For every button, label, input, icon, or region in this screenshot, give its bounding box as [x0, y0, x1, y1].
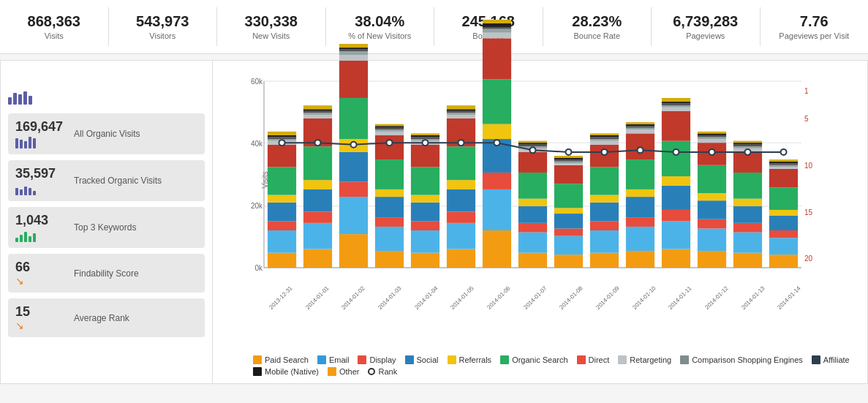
svg-rect-167 [733, 223, 762, 233]
svg-rect-149 [662, 105, 690, 108]
svg-rect-161 [698, 138, 726, 140]
svg-rect-129 [626, 251, 654, 268]
svg-rect-180 [769, 216, 798, 230]
legend-item: Direct [577, 355, 610, 364]
main-chart: 60k40k20k0kVisits15101520 [260, 74, 805, 286]
stat-mini-bar [29, 236, 31, 242]
svg-rect-109 [554, 208, 583, 214]
mini-bar [18, 94, 22, 105]
svg-point-190 [315, 140, 321, 146]
svg-rect-88 [483, 33, 511, 39]
legend-color [317, 355, 326, 364]
mini-bar [29, 96, 32, 105]
svg-rect-26 [303, 146, 332, 180]
svg-rect-174 [733, 145, 762, 147]
svg-point-199 [638, 147, 644, 153]
svg-rect-154 [698, 228, 726, 251]
svg-rect-111 [554, 165, 583, 184]
svg-rect-153 [698, 251, 726, 268]
svg-rect-95 [518, 223, 547, 233]
svg-rect-46 [375, 227, 404, 251]
metric-label: % of New Visitors [330, 31, 431, 40]
legend-color [368, 368, 375, 375]
legend-item: Paid Search [253, 355, 309, 364]
stat-mini-bar [15, 238, 18, 242]
stat-mini-bar [33, 138, 36, 148]
svg-rect-160 [698, 139, 726, 143]
svg-rect-112 [554, 163, 583, 165]
svg-rect-33 [339, 234, 368, 268]
metric-value: 28.23% [547, 13, 648, 30]
svg-rect-166 [733, 233, 762, 253]
svg-rect-179 [769, 230, 798, 238]
svg-rect-107 [554, 228, 583, 236]
metric-label: Visits [4, 31, 105, 40]
svg-rect-90 [483, 27, 511, 29]
stat-mini-bar [15, 188, 18, 195]
svg-rect-36 [339, 152, 368, 182]
stat-mini-bar [24, 141, 27, 148]
svg-point-200 [673, 149, 679, 155]
legend-label: Email [329, 355, 350, 364]
stat-mini-bar [20, 140, 23, 148]
svg-rect-82 [483, 189, 511, 230]
svg-rect-113 [554, 162, 583, 164]
stat-card: 66 ↘ Findability Score [8, 254, 205, 293]
svg-rect-91 [483, 23, 511, 27]
stat-mini-bar [33, 233, 36, 242]
svg-rect-106 [554, 236, 583, 255]
svg-rect-54 [375, 128, 404, 130]
stat-trend-icon: ↘ [15, 275, 67, 287]
metrics-row: 868,363Visits543,973Visitors330,338New V… [0, 0, 868, 54]
svg-rect-110 [554, 184, 583, 208]
svg-rect-62 [411, 167, 439, 195]
svg-rect-57 [411, 253, 439, 268]
legend-label: Display [369, 355, 396, 364]
svg-rect-87 [483, 38, 511, 79]
stat-card-left: 15 ↘ [15, 304, 67, 331]
legend: Paid SearchEmailDisplaySocialReferralsOr… [253, 355, 856, 376]
svg-rect-59 [411, 221, 439, 230]
left-header [8, 68, 205, 105]
svg-rect-74 [447, 146, 475, 180]
svg-rect-9 [268, 253, 296, 268]
svg-rect-183 [769, 169, 798, 188]
svg-rect-185 [769, 165, 798, 167]
main-mini-bars [8, 90, 205, 105]
svg-rect-51 [375, 135, 404, 159]
stat-mini-bar [20, 189, 23, 195]
svg-rect-155 [698, 219, 726, 229]
svg-rect-12 [268, 203, 296, 222]
svg-rect-96 [518, 206, 547, 223]
stat-mini-bar [29, 188, 31, 195]
svg-rect-67 [411, 135, 439, 138]
stat-label: All Organic Visits [74, 129, 140, 139]
svg-rect-124 [590, 141, 619, 145]
legend-color [500, 355, 509, 364]
stat-label: Findability Score [74, 268, 139, 279]
svg-rect-20 [268, 132, 296, 135]
svg-rect-47 [375, 217, 404, 227]
svg-rect-186 [769, 163, 798, 165]
svg-rect-133 [626, 189, 654, 197]
svg-rect-11 [268, 221, 296, 230]
svg-rect-157 [698, 193, 726, 200]
svg-rect-117 [590, 253, 619, 268]
svg-rect-173 [733, 146, 762, 148]
svg-rect-29 [303, 113, 332, 115]
svg-rect-41 [339, 51, 368, 55]
svg-rect-102 [518, 145, 547, 147]
legend-item: Organic Search [500, 355, 567, 364]
metric-item: 38.04%% of New Visitors [326, 7, 435, 46]
svg-point-195 [494, 140, 500, 146]
metric-item: 28.23%Bounce Rate [543, 7, 652, 46]
svg-rect-127 [590, 135, 619, 138]
x-label: 2014-01-14 [774, 282, 822, 330]
stat-trend-icon: ↘ [15, 320, 67, 331]
svg-rect-187 [769, 162, 798, 164]
svg-rect-50 [375, 159, 404, 189]
stat-label: Top 3 Keywords [74, 222, 136, 233]
svg-rect-25 [303, 180, 332, 189]
legend-item: Rank [368, 367, 397, 376]
mini-bar [13, 93, 17, 105]
